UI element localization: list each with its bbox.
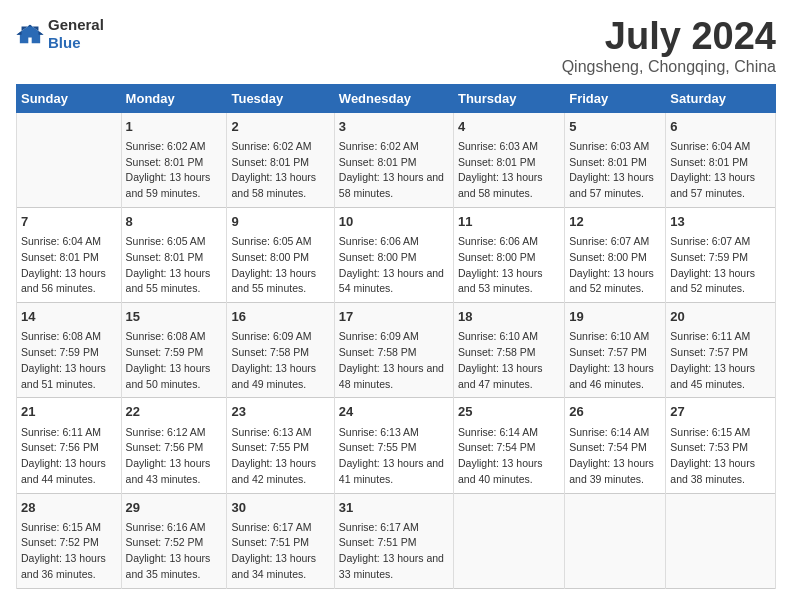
day-cell: 24Sunrise: 6:13 AMSunset: 7:55 PMDayligh… [334,398,453,493]
logo-text: General Blue [48,16,104,52]
day-number: 28 [21,499,117,517]
day-cell [565,493,666,588]
day-number: 29 [126,499,223,517]
day-info: Sunrise: 6:15 AMSunset: 7:53 PMDaylight:… [670,425,771,488]
day-info: Sunrise: 6:05 AMSunset: 8:00 PMDaylight:… [231,234,329,297]
day-number: 7 [21,213,117,231]
day-info: Sunrise: 6:10 AMSunset: 7:57 PMDaylight:… [569,329,661,392]
day-info: Sunrise: 6:04 AMSunset: 8:01 PMDaylight:… [21,234,117,297]
day-cell: 31Sunrise: 6:17 AMSunset: 7:51 PMDayligh… [334,493,453,588]
day-number: 30 [231,499,329,517]
day-cell: 19Sunrise: 6:10 AMSunset: 7:57 PMDayligh… [565,303,666,398]
day-info: Sunrise: 6:16 AMSunset: 7:52 PMDaylight:… [126,520,223,583]
day-number: 17 [339,308,449,326]
day-cell: 7Sunrise: 6:04 AMSunset: 8:01 PMDaylight… [17,207,122,302]
day-number: 21 [21,403,117,421]
day-cell: 21Sunrise: 6:11 AMSunset: 7:56 PMDayligh… [17,398,122,493]
day-number: 1 [126,118,223,136]
day-cell: 10Sunrise: 6:06 AMSunset: 8:00 PMDayligh… [334,207,453,302]
header-row: SundayMondayTuesdayWednesdayThursdayFrid… [17,84,776,112]
day-cell: 13Sunrise: 6:07 AMSunset: 7:59 PMDayligh… [666,207,776,302]
day-number: 6 [670,118,771,136]
day-cell: 5Sunrise: 6:03 AMSunset: 8:01 PMDaylight… [565,112,666,207]
calendar-body: 1Sunrise: 6:02 AMSunset: 8:01 PMDaylight… [17,112,776,588]
day-number: 14 [21,308,117,326]
logo-general: General [48,16,104,33]
day-cell: 20Sunrise: 6:11 AMSunset: 7:57 PMDayligh… [666,303,776,398]
logo-blue: Blue [48,34,81,51]
day-info: Sunrise: 6:02 AMSunset: 8:01 PMDaylight:… [126,139,223,202]
day-info: Sunrise: 6:11 AMSunset: 7:57 PMDaylight:… [670,329,771,392]
day-number: 11 [458,213,560,231]
day-cell: 29Sunrise: 6:16 AMSunset: 7:52 PMDayligh… [121,493,227,588]
day-number: 26 [569,403,661,421]
day-number: 19 [569,308,661,326]
week-row-5: 28Sunrise: 6:15 AMSunset: 7:52 PMDayligh… [17,493,776,588]
day-info: Sunrise: 6:03 AMSunset: 8:01 PMDaylight:… [458,139,560,202]
day-number: 20 [670,308,771,326]
day-cell: 26Sunrise: 6:14 AMSunset: 7:54 PMDayligh… [565,398,666,493]
day-cell: 12Sunrise: 6:07 AMSunset: 8:00 PMDayligh… [565,207,666,302]
day-cell: 25Sunrise: 6:14 AMSunset: 7:54 PMDayligh… [453,398,564,493]
week-row-1: 1Sunrise: 6:02 AMSunset: 8:01 PMDaylight… [17,112,776,207]
day-info: Sunrise: 6:02 AMSunset: 8:01 PMDaylight:… [339,139,449,202]
day-cell: 4Sunrise: 6:03 AMSunset: 8:01 PMDaylight… [453,112,564,207]
day-cell: 8Sunrise: 6:05 AMSunset: 8:01 PMDaylight… [121,207,227,302]
header-cell-wednesday: Wednesday [334,84,453,112]
day-cell: 2Sunrise: 6:02 AMSunset: 8:01 PMDaylight… [227,112,334,207]
day-number: 9 [231,213,329,231]
day-cell: 6Sunrise: 6:04 AMSunset: 8:01 PMDaylight… [666,112,776,207]
day-cell [17,112,122,207]
day-number: 2 [231,118,329,136]
day-number: 24 [339,403,449,421]
day-number: 15 [126,308,223,326]
header-cell-sunday: Sunday [17,84,122,112]
logo-icon [16,23,44,45]
day-cell [453,493,564,588]
header-cell-saturday: Saturday [666,84,776,112]
day-number: 31 [339,499,449,517]
day-number: 4 [458,118,560,136]
day-cell: 3Sunrise: 6:02 AMSunset: 8:01 PMDaylight… [334,112,453,207]
day-cell: 16Sunrise: 6:09 AMSunset: 7:58 PMDayligh… [227,303,334,398]
day-info: Sunrise: 6:09 AMSunset: 7:58 PMDaylight:… [231,329,329,392]
day-cell: 17Sunrise: 6:09 AMSunset: 7:58 PMDayligh… [334,303,453,398]
day-cell: 27Sunrise: 6:15 AMSunset: 7:53 PMDayligh… [666,398,776,493]
day-cell: 30Sunrise: 6:17 AMSunset: 7:51 PMDayligh… [227,493,334,588]
day-cell: 22Sunrise: 6:12 AMSunset: 7:56 PMDayligh… [121,398,227,493]
day-cell: 18Sunrise: 6:10 AMSunset: 7:58 PMDayligh… [453,303,564,398]
day-number: 16 [231,308,329,326]
day-info: Sunrise: 6:12 AMSunset: 7:56 PMDaylight:… [126,425,223,488]
day-info: Sunrise: 6:07 AMSunset: 8:00 PMDaylight:… [569,234,661,297]
day-info: Sunrise: 6:08 AMSunset: 7:59 PMDaylight:… [21,329,117,392]
day-info: Sunrise: 6:09 AMSunset: 7:58 PMDaylight:… [339,329,449,392]
week-row-3: 14Sunrise: 6:08 AMSunset: 7:59 PMDayligh… [17,303,776,398]
day-number: 12 [569,213,661,231]
day-number: 13 [670,213,771,231]
header-cell-monday: Monday [121,84,227,112]
day-number: 23 [231,403,329,421]
week-row-4: 21Sunrise: 6:11 AMSunset: 7:56 PMDayligh… [17,398,776,493]
header-cell-tuesday: Tuesday [227,84,334,112]
day-info: Sunrise: 6:06 AMSunset: 8:00 PMDaylight:… [339,234,449,297]
day-info: Sunrise: 6:15 AMSunset: 7:52 PMDaylight:… [21,520,117,583]
day-info: Sunrise: 6:07 AMSunset: 7:59 PMDaylight:… [670,234,771,297]
header: General Blue July 2024 Qingsheng, Chongq… [16,16,776,76]
day-cell: 15Sunrise: 6:08 AMSunset: 7:59 PMDayligh… [121,303,227,398]
day-number: 18 [458,308,560,326]
subtitle: Qingsheng, Chongqing, China [562,58,776,76]
day-info: Sunrise: 6:02 AMSunset: 8:01 PMDaylight:… [231,139,329,202]
day-number: 3 [339,118,449,136]
header-cell-friday: Friday [565,84,666,112]
day-info: Sunrise: 6:10 AMSunset: 7:58 PMDaylight:… [458,329,560,392]
day-info: Sunrise: 6:08 AMSunset: 7:59 PMDaylight:… [126,329,223,392]
day-number: 5 [569,118,661,136]
calendar-table: SundayMondayTuesdayWednesdayThursdayFrid… [16,84,776,589]
day-number: 27 [670,403,771,421]
day-cell: 14Sunrise: 6:08 AMSunset: 7:59 PMDayligh… [17,303,122,398]
day-info: Sunrise: 6:05 AMSunset: 8:01 PMDaylight:… [126,234,223,297]
day-number: 8 [126,213,223,231]
week-row-2: 7Sunrise: 6:04 AMSunset: 8:01 PMDaylight… [17,207,776,302]
day-number: 25 [458,403,560,421]
day-info: Sunrise: 6:17 AMSunset: 7:51 PMDaylight:… [231,520,329,583]
